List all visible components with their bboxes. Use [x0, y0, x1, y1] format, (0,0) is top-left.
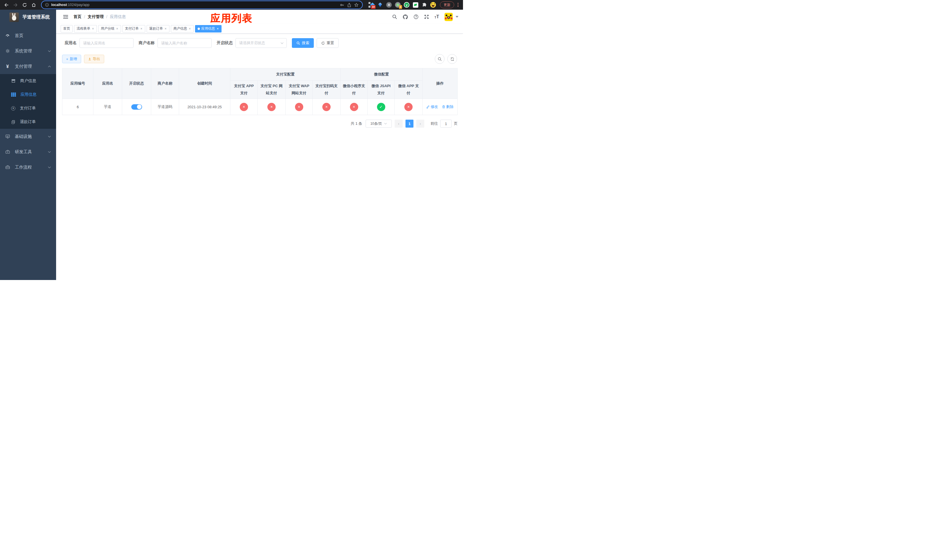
extension-square-top [368, 2, 371, 4]
tag-user-group[interactable]: 用户分组× [98, 25, 121, 32]
sidebar-item-dev-tools[interactable]: 研发工具 [0, 144, 56, 159]
address-bar[interactable]: localhost:1024/pay/app [42, 1, 362, 9]
tag-refund-order[interactable]: 退款订单× [147, 25, 169, 32]
y-glyph: y [406, 3, 407, 6]
show-search-button[interactable] [435, 54, 445, 64]
sidebar-item-app-info[interactable]: 应用信息 [0, 88, 56, 101]
goto-page-input[interactable] [440, 120, 452, 128]
top-navbar: 首页 / 支付管理 / 应用信息 TT [56, 10, 463, 24]
sidebar-item-home[interactable]: 首页 [0, 28, 56, 43]
add-button[interactable]: + 新增 [62, 55, 81, 63]
edit-button[interactable]: 修改 [426, 104, 438, 109]
fullscreen-icon[interactable] [424, 14, 429, 20]
browser-forward-button[interactable] [11, 1, 20, 9]
page-size-select[interactable]: 10条/页 [366, 120, 392, 128]
chat-tile [413, 2, 418, 8]
toolbox-icon [5, 150, 10, 154]
emoji-eye-right [434, 3, 435, 4]
user-avatar-menu[interactable] [445, 13, 458, 21]
site-info-icon[interactable] [45, 3, 49, 7]
extension-diamond-icon[interactable]: 10 [368, 2, 374, 8]
next-page-button[interactable]: › [416, 120, 424, 128]
status-select[interactable]: 请选择开启状态 [236, 38, 287, 48]
tag-process-form[interactable]: 流程表单× [74, 25, 97, 32]
app-table: 应用编号 应用名 开启状态 商户名称 创建时间 支付宝配置 微信配置 操作 支付… [62, 68, 458, 115]
sidebar-item-pay-order[interactable]: ¥ 支付订单 [0, 101, 56, 115]
tag-app-info[interactable]: 应用信息× [195, 25, 221, 32]
browser-profile-avatar[interactable] [430, 2, 436, 8]
table-toolbar: + 新增 导出 [62, 54, 457, 64]
share-icon[interactable] [347, 3, 352, 8]
sidebar-item-system[interactable]: 系统管理 [0, 43, 56, 59]
close-icon[interactable]: × [189, 27, 191, 30]
help-icon[interactable] [413, 14, 419, 20]
browser-home-button[interactable] [30, 1, 38, 9]
edit-pen-icon [426, 105, 430, 109]
monitor-icon [5, 134, 10, 139]
chevron-down-icon [48, 136, 51, 138]
sidebar-logo[interactable]: 芋道管理系统 [0, 10, 56, 24]
refresh-table-button[interactable] [447, 54, 457, 64]
tag-home[interactable]: 首页 [61, 25, 73, 32]
sidebar-item-payment[interactable]: ¥ 支付管理 [0, 59, 56, 74]
breadcrumb-separator: / [106, 15, 107, 19]
github-icon[interactable] [402, 14, 408, 20]
browser-reload-button[interactable] [21, 1, 29, 9]
cell-merchant: 芋道源码 [151, 99, 179, 115]
browser-update-button[interactable]: 更新 [440, 2, 454, 8]
tag-merchant-info[interactable]: 商户信息× [171, 25, 194, 32]
search-button[interactable]: 搜索 [292, 38, 314, 48]
col-created: 创建时间 [179, 68, 230, 99]
group-wechat-config: 微信配置 [340, 68, 422, 80]
col-alipay-qr: 支付宝扫码支付 [313, 80, 340, 99]
switch-knob [137, 104, 142, 109]
search-button-label: 搜索 [302, 41, 309, 45]
bookmark-star-icon[interactable] [354, 3, 359, 8]
trash-icon [442, 105, 445, 109]
tag-label: 用户分组 [101, 26, 115, 31]
font-size-icon[interactable]: TT [434, 15, 439, 19]
extension-chat-icon[interactable] [413, 2, 418, 8]
chevron-down-icon [48, 166, 51, 168]
sidebar-menu: 首页 系统管理 ¥ 支付管理 商户信息 [0, 28, 56, 175]
close-icon[interactable]: × [164, 27, 167, 30]
search-icon[interactable] [392, 14, 397, 20]
app-name-input[interactable] [79, 38, 133, 48]
prev-arrow-icon: ‹ [398, 121, 399, 126]
enable-switch[interactable] [131, 104, 142, 110]
dashboard-icon [5, 33, 10, 38]
extensions-puzzle-icon[interactable] [421, 2, 427, 8]
tag-pay-order[interactable]: 支付订单× [123, 25, 145, 32]
close-icon[interactable]: × [116, 27, 118, 30]
delete-button[interactable]: 删除 [442, 104, 454, 109]
page-number-1[interactable]: 1 [406, 120, 413, 128]
col-status: 开启状态 [122, 68, 151, 99]
sidebar-item-label: 退款订单 [20, 120, 36, 124]
browser-menu-button[interactable] [455, 3, 461, 7]
export-button[interactable]: 导出 [84, 55, 104, 63]
extension-y-icon[interactable]: y [404, 2, 410, 8]
sidebar-item-merchant-info[interactable]: 商户信息 [0, 74, 56, 88]
shop-icon [11, 79, 16, 83]
page-content: 应用名 商户名称 开启状态 请选择开启状态 搜索 重置 [56, 33, 463, 280]
extension-command-icon[interactable]: ⌘ [386, 2, 392, 8]
breadcrumb-home[interactable]: 首页 [73, 14, 82, 20]
extension-gem-icon[interactable] [377, 2, 383, 8]
breadcrumb-payment[interactable]: 支付管理 [88, 14, 104, 20]
close-icon[interactable]: × [92, 27, 94, 30]
prev-page-button[interactable]: ‹ [395, 120, 402, 128]
browser-back-button[interactable] [2, 1, 10, 9]
breadcrumb-separator: / [84, 15, 85, 19]
tags-view: 首页 流程表单× 用户分组× 支付订单× 退款订单× 商户信息× 应用信息× [56, 24, 463, 33]
sidebar-collapse-button[interactable] [60, 13, 71, 21]
close-icon[interactable]: × [140, 27, 143, 30]
password-key-icon[interactable] [340, 3, 345, 8]
close-icon[interactable]: × [216, 27, 219, 30]
merchant-name-input[interactable] [157, 38, 212, 48]
sidebar-item-infrastructure[interactable]: 基础设施 [0, 129, 56, 144]
sidebar-item-workflow[interactable]: 工作流程 [0, 159, 56, 175]
extension-status-icon[interactable]: 1 [395, 2, 401, 8]
status-badge: × [322, 103, 331, 111]
reset-button[interactable]: 重置 [317, 38, 339, 48]
sidebar-item-refund-order[interactable]: 退款订单 [0, 115, 56, 129]
